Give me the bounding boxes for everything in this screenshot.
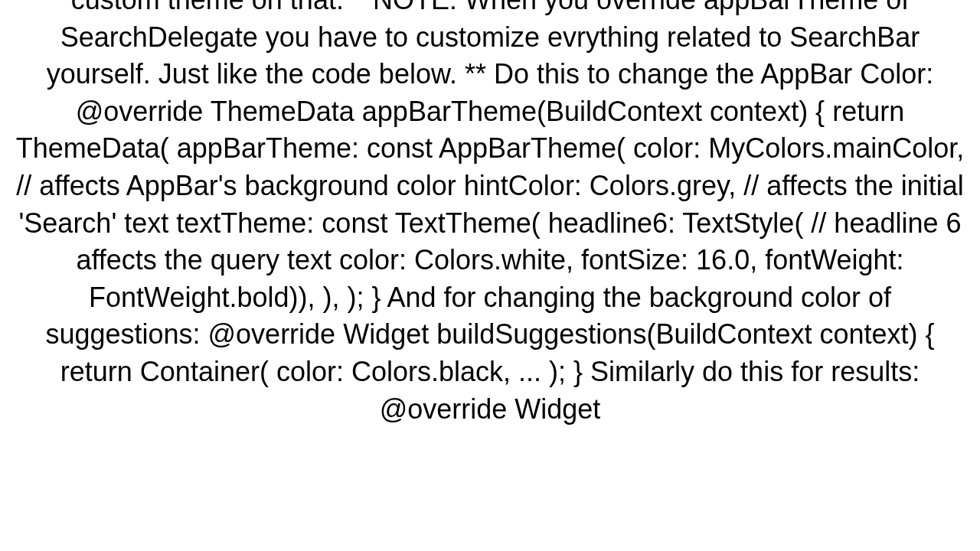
- document-body: custom theme on that. **NOTE: When you o…: [15, 0, 965, 428]
- body-text: custom theme on that. **NOTE: When you o…: [16, 0, 965, 425]
